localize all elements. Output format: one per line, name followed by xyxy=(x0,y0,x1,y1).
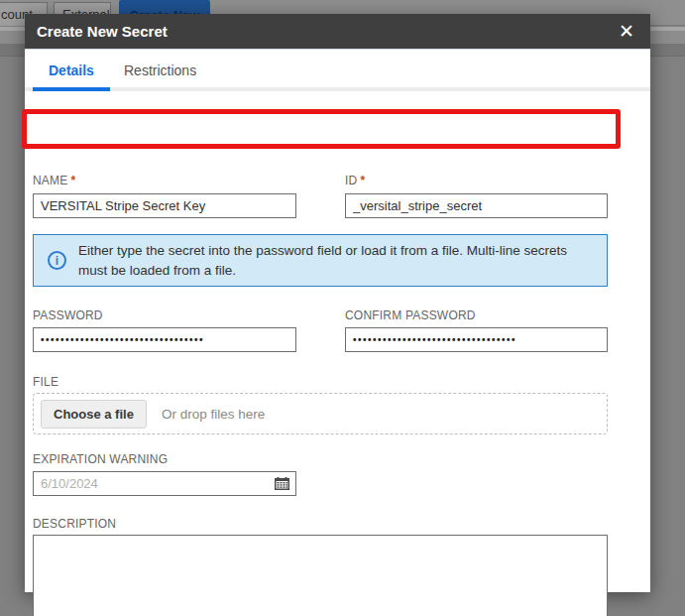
choose-file-button[interactable]: Choose a file xyxy=(41,400,147,429)
required-asterisk: * xyxy=(70,174,75,187)
calendar-icon[interactable] xyxy=(275,477,289,490)
info-message-text: Either type the secret into the password… xyxy=(78,241,593,280)
tab-restrictions[interactable]: Restrictions xyxy=(122,50,198,91)
description-label: DESCRIPTION xyxy=(33,517,116,531)
required-asterisk: * xyxy=(360,174,365,187)
name-input[interactable] xyxy=(33,193,296,218)
dialog-tab-bar: Details Restrictions xyxy=(25,50,650,91)
expiration-date-input[interactable] xyxy=(33,471,296,496)
close-icon[interactable]: ✕ xyxy=(615,20,638,43)
expiration-warning-label: EXPIRATION WARNING xyxy=(33,452,168,466)
info-message-box: Either type the secret into the password… xyxy=(33,234,608,287)
create-new-secret-dialog: Create New Secret ✕ Details Restrictions… xyxy=(25,14,650,592)
info-icon xyxy=(48,251,66,270)
dialog-header: Create New Secret ✕ xyxy=(25,14,650,50)
confirm-password-label: CONFIRM PASSWORD xyxy=(345,308,476,322)
description-textarea[interactable] xyxy=(33,535,608,616)
name-label: NAME* xyxy=(33,174,75,187)
name-label-text: NAME xyxy=(33,174,67,187)
file-label: FILE xyxy=(33,375,58,389)
dialog-title: Create New Secret xyxy=(37,23,615,40)
tab-bar-underline xyxy=(25,87,650,91)
password-input[interactable] xyxy=(33,327,296,352)
id-label: ID* xyxy=(345,174,365,187)
file-dropzone[interactable]: Choose a file Or drop files here xyxy=(33,393,608,434)
id-input[interactable] xyxy=(345,193,608,218)
drop-files-hint: Or drop files here xyxy=(162,407,265,422)
id-label-text: ID xyxy=(345,174,357,187)
password-label: PASSWORD xyxy=(33,308,103,322)
tab-details[interactable]: Details xyxy=(47,50,96,91)
confirm-password-input[interactable] xyxy=(345,327,608,352)
